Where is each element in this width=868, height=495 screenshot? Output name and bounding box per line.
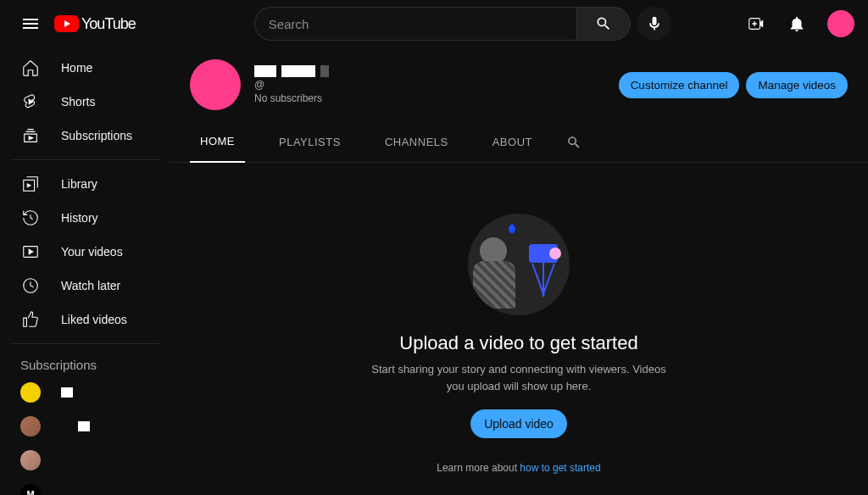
account-avatar[interactable] [827,10,854,37]
tab-home[interactable]: HOME [190,122,245,163]
channel-avatar[interactable] [190,59,241,110]
how-to-get-started-link[interactable]: how to get started [520,462,600,474]
sidebar-item-your-videos[interactable]: Your videos [0,235,170,269]
manage-videos-button[interactable]: Manage videos [746,72,848,98]
youtube-wordmark: YouTube [81,15,136,33]
upload-video-button[interactable]: Upload video [470,409,567,438]
sidebar-subscription-channel[interactable] [0,375,170,409]
tab-playlists[interactable]: PLAYLISTS [269,122,351,163]
sidebar-item-shorts[interactable]: Shorts [0,85,170,119]
channel-tabs: HOME PLAYLISTS CHANNELS ABOUT [170,122,868,163]
sidebar-item-liked-videos[interactable]: Liked videos [0,303,170,336]
youtube-play-icon [54,15,79,32]
channel-avatar-icon [20,382,41,403]
search-icon [595,15,612,32]
main-content: @ No subscribers Customize channel Manag… [170,0,868,474]
sidebar-label: Watch later [61,279,120,292]
channel-name-redacted [61,387,73,398]
empty-state-description: Start sharing your story and connecting … [366,361,671,394]
sidebar-label: History [61,211,98,225]
channel-handle: @ [254,79,619,91]
subscriptions-icon [20,125,41,146]
bell-icon [787,14,806,33]
channel-name [254,65,619,77]
sidebar-item-home[interactable]: Home [0,51,170,85]
sidebar-label: Liked videos [61,313,127,326]
channel-avatar-icon [20,450,41,470]
sidebar-label: Subscriptions [61,129,132,142]
sidebar-item-history[interactable]: History [0,201,170,235]
customize-channel-button[interactable]: Customize channel [619,72,740,98]
channel-avatar-icon: M [20,484,41,495]
microphone-icon [646,15,663,32]
search-button[interactable] [576,7,631,41]
sidebar-subscription-channel[interactable]: M [0,477,170,495]
sidebar-subscription-channel[interactable] [0,409,170,443]
empty-state-illustration [468,214,570,315]
channel-header: @ No subscribers Customize channel Manag… [170,47,868,122]
history-icon [20,208,41,228]
voice-search-button[interactable] [637,7,671,41]
thumbs-up-icon [20,309,41,330]
sidebar-item-library[interactable]: Library [0,167,170,201]
notifications-button[interactable] [780,7,814,41]
library-icon [20,174,41,194]
tab-channels[interactable]: CHANNELS [375,122,459,163]
sidebar-subscription-channel[interactable] [0,443,170,477]
search-icon [566,135,581,150]
search-placeholder: Search [269,17,309,31]
empty-state-title: Upload a video to get started [399,332,637,354]
tab-about[interactable]: ABOUT [482,122,542,163]
channel-name-redacted [78,421,90,431]
create-button[interactable] [739,7,773,41]
sidebar-label: Home [61,61,92,75]
channel-avatar-icon [20,416,41,437]
sidebar-label: Library [61,177,97,191]
tab-search-button[interactable] [566,135,581,150]
watch-later-icon [20,275,41,296]
your-videos-icon [20,242,41,262]
sidebar: Home Shorts Subscriptions Library Histor… [0,47,170,495]
create-icon [747,14,765,33]
sidebar-item-subscriptions[interactable]: Subscriptions [0,119,170,153]
empty-state: Upload a video to get started Start shar… [170,163,868,474]
sidebar-label: Your videos [61,245,123,259]
channel-subscribers: No subscribers [254,92,619,104]
home-icon [20,58,41,78]
top-header: YouTube Search [0,0,868,47]
shorts-icon [20,92,41,112]
learn-more-text: Learn more about how to get started [437,462,600,474]
sidebar-subscriptions-heading: Subscriptions [0,351,170,375]
hamburger-menu-icon[interactable] [14,7,47,41]
sidebar-item-watch-later[interactable]: Watch later [0,269,170,303]
search-input[interactable]: Search [254,7,576,41]
sidebar-label: Shorts [61,95,95,108]
youtube-logo[interactable]: YouTube [54,15,136,33]
